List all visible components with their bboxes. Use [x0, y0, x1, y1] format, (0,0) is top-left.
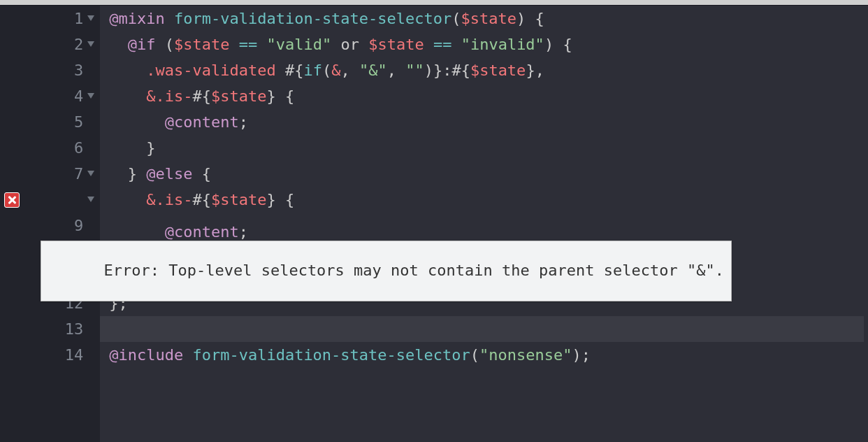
code-editor[interactable]: 1 2 3 4 5 6 7 8 9 10 11 12 13 14 @mixin …	[0, 6, 868, 442]
variable: $state	[211, 191, 266, 208]
keyword: @else	[146, 165, 192, 183]
line-number: 7	[74, 165, 83, 183]
parent-ref: &	[331, 62, 340, 79]
function: if	[303, 62, 322, 79]
gutter-line[interactable]: 6	[0, 135, 100, 161]
keyword: @include	[109, 346, 183, 364]
code-line[interactable]: @content;	[100, 109, 868, 135]
variable: $state	[461, 10, 516, 27]
code-line[interactable]: @mixin form-validation-state-selector($s…	[100, 6, 868, 31]
string: "nonsense"	[479, 346, 572, 364]
string: "&"	[359, 62, 387, 79]
gutter-line[interactable]: 1	[0, 6, 100, 31]
gutter-line[interactable]: 13	[0, 316, 100, 342]
string: "valid"	[266, 36, 331, 53]
selector: .is-	[155, 87, 192, 105]
line-number: 9	[74, 217, 83, 234]
gutter-line[interactable]: 2	[0, 31, 100, 57]
error-icon[interactable]	[4, 192, 20, 208]
line-number: 14	[65, 346, 84, 364]
variable: $state	[174, 36, 229, 53]
code-line[interactable]: @if ($state == "valid" or $state == "inv…	[100, 31, 868, 57]
code-line[interactable]: &.is-#{$state} {	[100, 83, 868, 109]
parent-ref: &	[146, 191, 155, 208]
string: "invalid"	[461, 36, 544, 53]
gutter-line[interactable]: 9	[0, 213, 100, 238]
code-line[interactable]: @include form-validation-state-selector(…	[100, 342, 868, 368]
gutter-line[interactable]: 4	[0, 83, 100, 109]
code-line[interactable]: .was-validated #{if(&, "&", "")}:#{$stat…	[100, 57, 868, 83]
selector: .was-validated	[146, 62, 275, 79]
code-line[interactable]	[100, 316, 868, 342]
variable: $state	[470, 62, 526, 79]
gutter-line[interactable]: 5	[0, 109, 100, 135]
keyword: @mixin	[109, 10, 164, 27]
line-number: 2	[74, 36, 83, 53]
selector: .is-	[155, 191, 192, 208]
line-number: 1	[74, 10, 83, 27]
string: ""	[405, 62, 424, 79]
include-name: form-validation-state-selector	[192, 346, 470, 364]
variable: $state	[211, 87, 266, 105]
gutter-line[interactable]: 14	[0, 342, 100, 368]
gutter[interactable]: 1 2 3 4 5 6 7 8 9 10 11 12 13 14	[0, 6, 100, 442]
vertical-scrollbar[interactable]	[864, 6, 868, 442]
keyword: @if	[128, 36, 156, 53]
line-number: 6	[74, 139, 83, 157]
editor-frame: 1 2 3 4 5 6 7 8 9 10 11 12 13 14 @mixin …	[0, 0, 868, 442]
line-number: 5	[74, 113, 83, 131]
line-number: 3	[74, 62, 83, 79]
keyword: @content	[165, 113, 239, 131]
gutter-line[interactable]: 8	[0, 187, 100, 213]
code-area[interactable]: @mixin form-validation-state-selector($s…	[100, 6, 868, 442]
error-tooltip: Error: Top-level selectors may not conta…	[41, 241, 732, 301]
line-number: 13	[65, 320, 84, 338]
code-line[interactable]: &.is-#{$state} {	[100, 187, 868, 213]
variable: $state	[368, 36, 424, 53]
line-number: 4	[74, 87, 83, 105]
error-tooltip-text: Error: Top-level selectors may not conta…	[103, 262, 723, 279]
parent-ref: &	[146, 87, 155, 105]
window-top-border	[0, 0, 868, 5]
gutter-line[interactable]: 3	[0, 57, 100, 83]
code-line[interactable]: } @else {	[100, 161, 868, 187]
mixin-name: form-validation-state-selector	[174, 10, 451, 27]
code-line[interactable]: }	[100, 135, 868, 161]
gutter-line[interactable]: 7	[0, 161, 100, 187]
